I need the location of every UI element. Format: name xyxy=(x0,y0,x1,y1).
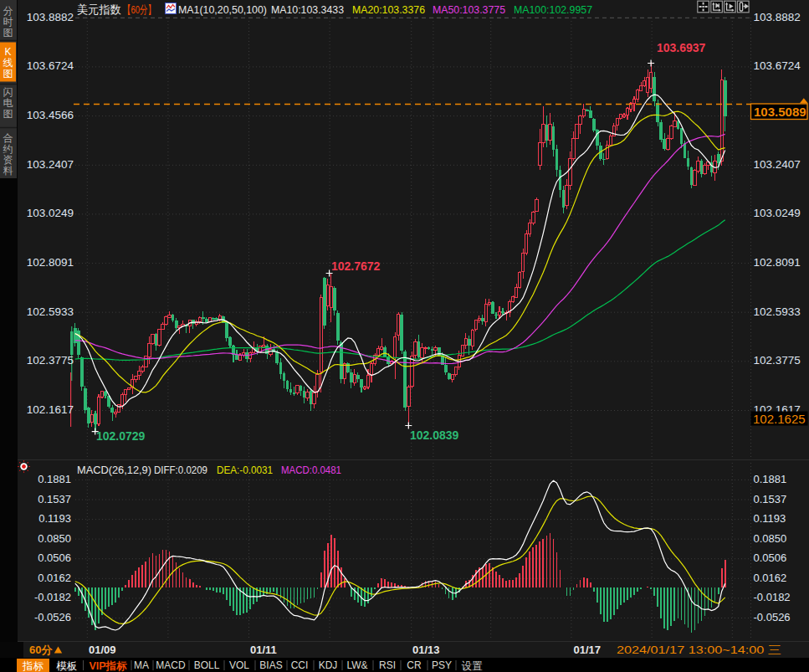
svg-text:DEA:-0.0031: DEA:-0.0031 xyxy=(217,464,273,476)
svg-text:102.8091: 102.8091 xyxy=(27,256,74,269)
svg-text:102.5933: 102.5933 xyxy=(754,305,801,318)
svg-text:图: 图 xyxy=(3,27,13,38)
svg-text:01/09: 01/09 xyxy=(89,644,116,656)
svg-text:VOL: VOL xyxy=(229,659,249,671)
svg-text:美元指数: 美元指数 xyxy=(77,3,121,16)
svg-text:资: 资 xyxy=(3,154,13,166)
svg-text:【60分】: 【60分】 xyxy=(123,3,156,16)
svg-text:设置: 设置 xyxy=(462,660,484,672)
svg-text:102.0839: 102.0839 xyxy=(410,428,459,442)
svg-text:102.1625: 102.1625 xyxy=(753,412,806,426)
svg-text:图: 图 xyxy=(3,68,13,80)
svg-text:0.0506: 0.0506 xyxy=(754,551,787,564)
svg-text:LW&: LW& xyxy=(346,659,367,671)
svg-text:102.7672: 102.7672 xyxy=(331,259,381,273)
svg-text:103.0249: 103.0249 xyxy=(27,207,74,219)
svg-text:103.6724: 103.6724 xyxy=(754,59,801,72)
svg-text:0.1193: 0.1193 xyxy=(754,512,786,525)
svg-text:PSY: PSY xyxy=(432,659,452,671)
svg-text:CR: CR xyxy=(407,659,422,671)
svg-text:60分: 60分 xyxy=(29,644,53,656)
svg-text:102.1617: 102.1617 xyxy=(27,403,74,416)
svg-text:MA100:102.9957: MA100:102.9957 xyxy=(514,3,592,16)
svg-text:103.8882: 103.8882 xyxy=(754,11,801,23)
svg-text:闪: 闪 xyxy=(3,86,13,98)
svg-text:指标: 指标 xyxy=(22,660,44,672)
svg-text:MA50:103.3775: MA50:103.3775 xyxy=(433,3,505,16)
svg-text:线: 线 xyxy=(3,57,13,69)
svg-text:102.0729: 102.0729 xyxy=(96,429,146,443)
svg-text:0.0162: 0.0162 xyxy=(754,572,787,584)
svg-text:RSI: RSI xyxy=(379,659,396,671)
svg-text:时: 时 xyxy=(3,16,13,28)
svg-text:VIP指标: VIP指标 xyxy=(89,660,127,672)
svg-text:MACD: MACD xyxy=(156,659,186,671)
svg-text:0.1537: 0.1537 xyxy=(754,493,787,505)
svg-text:103.0249: 103.0249 xyxy=(754,207,801,219)
svg-text:0.0850: 0.0850 xyxy=(754,532,787,545)
svg-text:01/17: 01/17 xyxy=(574,644,602,656)
svg-text:分: 分 xyxy=(3,5,13,17)
svg-text:01/13: 01/13 xyxy=(412,644,440,656)
svg-text:2024/01/17 13:00~14:00 三: 2024/01/17 13:00~14:00 三 xyxy=(617,644,781,656)
svg-text:0.1881: 0.1881 xyxy=(754,473,787,485)
svg-text:0.0162: 0.0162 xyxy=(38,572,71,584)
svg-text:103.5089: 103.5089 xyxy=(754,105,806,119)
svg-text:103.6724: 103.6724 xyxy=(27,59,74,72)
svg-text:-0.0526: -0.0526 xyxy=(34,611,71,623)
svg-text:0.0850: 0.0850 xyxy=(38,532,71,545)
svg-text:MACD(26,12,9): MACD(26,12,9) xyxy=(77,464,151,476)
svg-text:合: 合 xyxy=(3,132,13,144)
svg-text:103.6937: 103.6937 xyxy=(657,41,706,54)
svg-text:MACD:0.0481: MACD:0.0481 xyxy=(281,464,341,476)
svg-text:料: 料 xyxy=(3,165,13,177)
svg-text:102.3775: 102.3775 xyxy=(27,354,74,367)
svg-text:102.3775: 102.3775 xyxy=(754,354,801,367)
svg-text:KDJ: KDJ xyxy=(319,659,338,671)
svg-text:CCI: CCI xyxy=(291,659,309,671)
svg-text:约: 约 xyxy=(3,143,13,155)
svg-text:103.4566: 103.4566 xyxy=(27,109,74,121)
svg-text:102.5933: 102.5933 xyxy=(27,305,74,318)
svg-text:0.1193: 0.1193 xyxy=(38,512,71,525)
svg-text:-0.0182: -0.0182 xyxy=(34,591,71,603)
svg-text:BOLL: BOLL xyxy=(194,659,220,671)
svg-text:BIAS: BIAS xyxy=(259,659,282,671)
svg-text:模板: 模板 xyxy=(56,660,78,672)
svg-text:图: 图 xyxy=(3,108,13,120)
svg-text:103.2407: 103.2407 xyxy=(27,158,74,171)
svg-text:K: K xyxy=(4,46,11,58)
svg-text:0.1537: 0.1537 xyxy=(38,493,71,505)
svg-text:MA10:103.3433: MA10:103.3433 xyxy=(271,3,344,16)
svg-text:-0.0182: -0.0182 xyxy=(754,591,791,603)
svg-text:-0.0526: -0.0526 xyxy=(754,611,791,623)
svg-text:0.0506: 0.0506 xyxy=(38,551,71,564)
svg-text:01/11: 01/11 xyxy=(250,644,277,656)
svg-text:0.1881: 0.1881 xyxy=(38,473,71,485)
svg-text:DIFF:0.0209: DIFF:0.0209 xyxy=(154,464,207,476)
svg-text:MA20:103.3376: MA20:103.3376 xyxy=(352,3,425,16)
svg-text:电: 电 xyxy=(3,97,13,109)
svg-text:103.8882: 103.8882 xyxy=(27,11,74,23)
svg-text:MA: MA xyxy=(134,659,149,671)
svg-text:MA1(10,20,50,100): MA1(10,20,50,100) xyxy=(178,3,267,16)
svg-text:102.8091: 102.8091 xyxy=(754,256,801,269)
svg-text:103.2407: 103.2407 xyxy=(754,158,801,171)
